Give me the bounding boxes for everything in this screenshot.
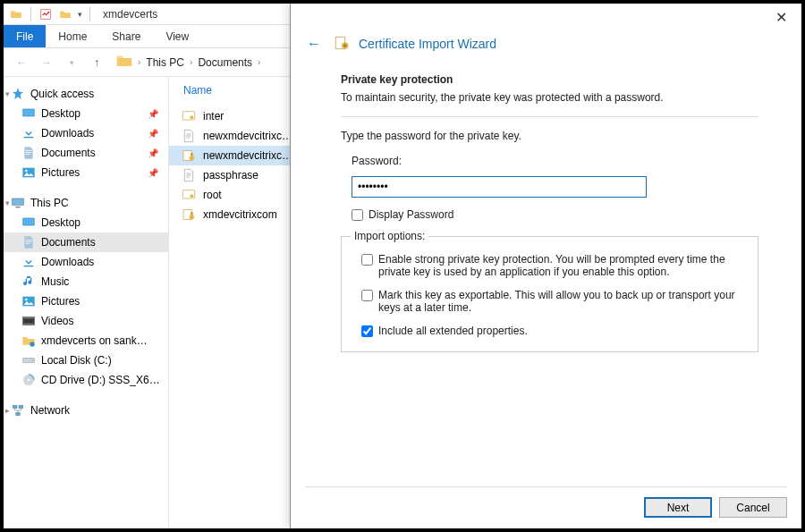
documents-icon (21, 146, 36, 160)
nav-network[interactable]: ▸ Network (4, 401, 168, 420)
chevron-down-icon[interactable]: ▾ (5, 198, 10, 207)
opt-exportable-row[interactable]: Mark this key as exportable. This will a… (361, 289, 749, 314)
breadcrumb-documents-label: Documents (198, 56, 252, 69)
wizard-title: Certificate Import Wizard (359, 37, 496, 51)
svg-rect-15 (22, 324, 34, 325)
desktop-icon (21, 106, 36, 121)
nav-qa-desktop-label: Desktop (41, 107, 80, 120)
section-heading: Private key protection (341, 73, 758, 86)
svg-point-28 (190, 156, 194, 160)
nav-pc-cddrive[interactable]: CD Drive (D:) SSS_X6… (4, 370, 168, 390)
nav-pc-desktop[interactable]: Desktop (4, 213, 168, 232)
import-options-legend: Import options: (351, 230, 428, 242)
svg-point-16 (30, 342, 34, 346)
nav-qa-desktop[interactable]: Desktop 📌 (4, 104, 168, 123)
nav-pc-share-label: xmdevcerts on sank… (41, 334, 148, 347)
pictures-icon (21, 165, 36, 180)
tab-share[interactable]: Share (99, 25, 153, 47)
nav-recent-dropdown[interactable]: ▾ (63, 54, 80, 72)
nav-pc-share[interactable]: xmdevcerts on sank… (4, 331, 168, 350)
nav-forward-button[interactable]: → (38, 54, 55, 72)
nav-pc-downloads-label: Downloads (41, 256, 94, 268)
nav-qa-downloads[interactable]: Downloads 📌 (4, 123, 168, 143)
nav-this-pc[interactable]: ▾ This PC (4, 193, 168, 213)
documents-icon (21, 235, 36, 249)
nav-this-pc-label: This PC (30, 197, 69, 209)
section-description: To maintain security, the private key wa… (341, 91, 758, 104)
nav-pane: ▾ Quick access Desktop 📌 Downloads 📌 Doc (4, 77, 169, 528)
pictures-icon (21, 294, 36, 308)
newfolder-qat-icon[interactable] (58, 7, 72, 21)
opt-strong-protection-row[interactable]: Enable strong private key protection. Yo… (361, 253, 749, 278)
nav-qa-documents[interactable]: Documents 📌 (4, 143, 168, 163)
tab-view[interactable]: View (153, 25, 201, 47)
qat-dropdown-icon[interactable]: ▾ (78, 10, 82, 19)
breadcrumb-sep-icon[interactable]: › (190, 57, 192, 67)
downloads-icon (21, 126, 36, 140)
certificate-import-wizard-dialog: ✕ ← Certificate Import Wizard Private ke… (290, 4, 801, 528)
opt-extended-checkbox[interactable] (361, 325, 373, 337)
nav-pc-videos[interactable]: Videos (4, 311, 168, 331)
svg-rect-14 (22, 317, 34, 318)
file-name-label: passphrase (203, 169, 258, 182)
opt-strong-protection-checkbox[interactable] (361, 254, 373, 266)
password-input[interactable] (352, 176, 647, 198)
tab-share-label: Share (112, 30, 140, 43)
nav-up-button[interactable]: ↑ (88, 54, 106, 72)
qat-divider-2 (89, 7, 90, 21)
computer-icon (11, 196, 25, 210)
svg-point-21 (28, 379, 30, 382)
pin-icon: 📌 (147, 168, 159, 178)
nav-network-label: Network (30, 404, 70, 417)
dialog-back-button[interactable]: ← (303, 34, 325, 54)
close-button[interactable]: ✕ (770, 7, 792, 28)
pin-icon: 📌 (147, 109, 159, 119)
nav-qa-downloads-label: Downloads (41, 127, 94, 139)
tab-file-label: File (16, 30, 33, 43)
next-button[interactable]: Next (644, 497, 712, 518)
breadcrumb-sep-icon[interactable]: › (258, 57, 260, 67)
address-folder-icon (116, 54, 132, 71)
svg-point-33 (190, 215, 194, 219)
nav-pc-pictures-label: Pictures (41, 295, 80, 308)
chevron-right-icon[interactable]: ▸ (5, 406, 10, 415)
properties-qat-icon[interactable] (38, 7, 53, 21)
svg-point-19 (32, 359, 33, 360)
svg-point-12 (25, 299, 28, 301)
opt-extended-row[interactable]: Include all extended properties. (361, 325, 749, 337)
wizard-icon (334, 35, 350, 54)
nav-pc-documents[interactable]: Documents (4, 232, 168, 252)
chevron-down-icon[interactable]: ▾ (5, 89, 10, 98)
breadcrumb-thispc[interactable]: This PC (146, 56, 184, 69)
nav-pc-music-label: Music (41, 275, 69, 288)
pfx-icon (182, 148, 196, 163)
nav-pc-pictures[interactable]: Pictures (4, 291, 168, 311)
cancel-button-label: Cancel (736, 502, 769, 514)
nav-quick-access[interactable]: ▾ Quick access (4, 84, 168, 104)
file-name-label: inter (203, 110, 224, 122)
nav-pc-downloads[interactable]: Downloads (4, 252, 168, 272)
nav-back-button[interactable]: ← (13, 54, 30, 72)
tab-file[interactable]: File (4, 25, 46, 47)
cancel-button[interactable]: Cancel (719, 497, 787, 518)
nav-pc-localdisk[interactable]: Local Disk (C:) (4, 350, 168, 370)
display-password-checkbox-row[interactable]: Display Password (352, 208, 758, 221)
nav-qa-pictures-label: Pictures (41, 166, 80, 179)
address-bar[interactable]: › This PC › Documents › (116, 54, 260, 71)
nav-qa-pictures[interactable]: Pictures 📌 (4, 163, 168, 182)
nav-pc-music[interactable]: Music (4, 272, 168, 291)
tab-home[interactable]: Home (46, 25, 99, 47)
textfile-icon (182, 129, 196, 143)
breadcrumb-documents[interactable]: Documents (198, 56, 252, 69)
display-password-checkbox[interactable] (352, 209, 363, 221)
breadcrumb-sep-icon[interactable]: › (138, 57, 140, 67)
tab-home-label: Home (58, 30, 87, 43)
display-password-label: Display Password (369, 208, 453, 221)
file-name-label: root (203, 189, 222, 201)
nav-pc-localdisk-label: Local Disk (C:) (41, 354, 112, 367)
pin-icon: 📌 (147, 129, 159, 139)
svg-rect-8 (15, 207, 20, 207)
opt-strong-protection-label: Enable strong private key protection. Yo… (378, 253, 749, 278)
svg-rect-23 (19, 405, 23, 409)
opt-exportable-checkbox[interactable] (361, 290, 373, 301)
